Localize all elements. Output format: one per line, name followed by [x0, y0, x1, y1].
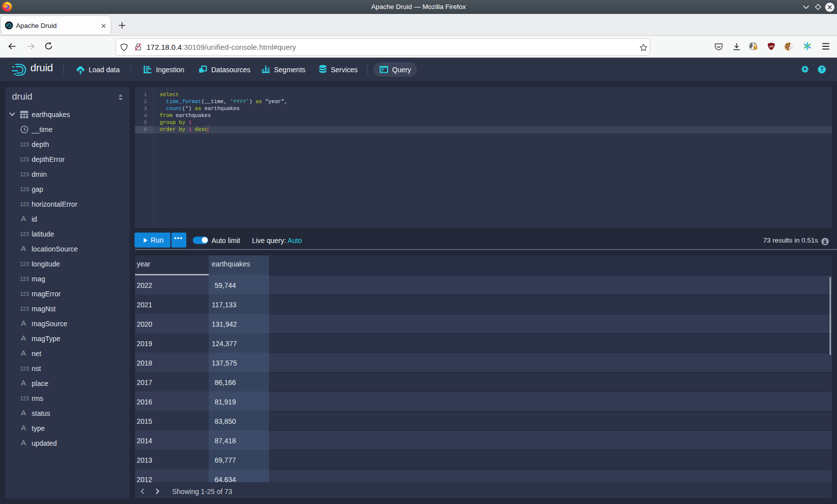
svg-text:uO: uO	[769, 45, 774, 48]
svg-text:?: ?	[820, 66, 824, 72]
